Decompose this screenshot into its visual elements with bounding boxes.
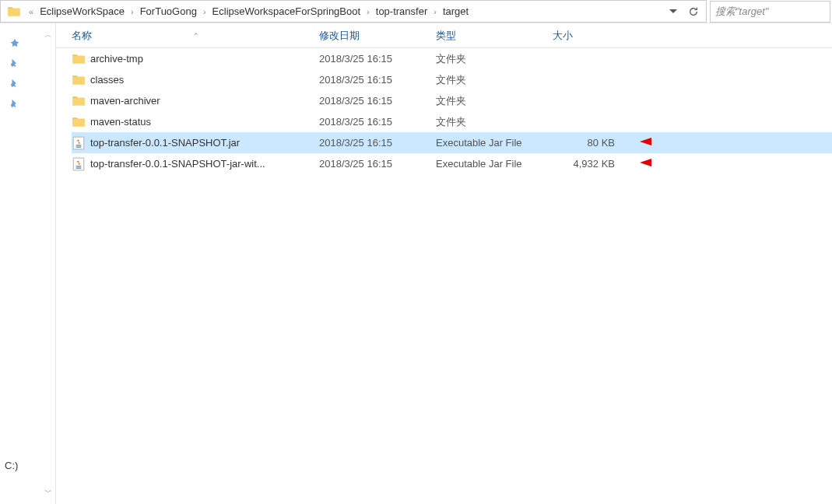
file-name: maven-status [90,116,319,128]
breadcrumb-item[interactable]: EclipseWorkspaceForSpringBoot [211,2,363,20]
chevron-icon[interactable]: › [126,7,139,16]
file-name: classes [90,74,319,86]
file-type: 文件夹 [436,115,553,129]
history-dropdown[interactable] [664,2,683,21]
pin-icon [9,78,20,89]
column-headers: 名称 ⌃ 修改日期 类型 大小 [56,23,832,48]
file-row[interactable]: top-transfer-0.0.1-SNAPSHOT-jar-wit...20… [72,153,832,174]
file-type: 文件夹 [436,94,553,108]
column-size[interactable]: 大小 [553,29,623,43]
chevron-icon[interactable]: › [429,7,441,16]
drive-label[interactable]: C:) [5,460,18,471]
file-type: 文件夹 [436,52,553,66]
pinned-item[interactable] [6,73,55,93]
folder-icon [7,5,21,19]
collapse-icon[interactable]: ︿ [44,30,52,40]
breadcrumb-item[interactable]: ForTuoGong [139,2,198,20]
jar-icon [72,136,86,150]
nav-controls [661,2,706,21]
file-name: archive-tmp [90,53,319,65]
file-type: 文件夹 [436,73,553,87]
file-size: 4,932 KB [553,158,615,170]
column-type[interactable]: 类型 [436,29,553,43]
pinned-item[interactable] [6,53,55,73]
annotation-arrow-icon [640,137,690,146]
chevron-icon[interactable]: › [362,7,374,16]
column-name[interactable]: 名称 ⌃ [72,29,319,43]
sidebar: ︿ C:) ﹀ [0,23,56,504]
file-row[interactable]: maven-status2018/3/25 16:15文件夹 [72,111,832,132]
jar-icon [72,157,86,171]
address-bar: « EclipseWorkSpace › ForTuoGong › Eclips… [0,0,832,23]
annotation-arrow-icon [640,158,690,167]
sort-icon: ⌃ [193,32,199,40]
file-size: 80 KB [553,137,615,149]
file-date: 2018/3/25 16:15 [319,95,436,107]
file-name: maven-archiver [90,95,319,107]
main-area: ︿ C:) ﹀ 名称 ⌃ 修改日期 类型 大小 [0,23,832,504]
folder-icon [72,52,86,66]
file-date: 2018/3/25 16:15 [319,53,436,65]
file-row[interactable]: classes2018/3/25 16:15文件夹 [72,69,832,90]
refresh-button[interactable] [684,2,703,21]
file-area: 名称 ⌃ 修改日期 类型 大小 archive-tmp2018/3/25 16:… [56,23,832,504]
breadcrumb-item[interactable]: top-transfer [374,2,429,20]
file-name: top-transfer-0.0.1-SNAPSHOT-jar-wit... [90,158,319,170]
file-date: 2018/3/25 16:15 [319,116,436,128]
folder-icon [72,115,86,129]
folder-icon [72,94,86,108]
pin-icon [9,37,20,48]
file-date: 2018/3/25 16:15 [319,74,436,86]
pin-icon [9,58,20,68]
search-input[interactable]: 搜索"target" [710,1,830,23]
chevron-icon[interactable]: › [198,7,211,16]
file-row[interactable]: archive-tmp2018/3/25 16:15文件夹 [72,48,832,69]
breadcrumb-item[interactable]: target [441,2,470,20]
chevron-icon[interactable]: « [24,7,38,16]
file-date: 2018/3/25 16:15 [319,158,436,170]
expand-icon[interactable]: ﹀ [44,487,52,498]
file-date: 2018/3/25 16:15 [319,137,436,149]
pinned-item[interactable] [6,93,55,114]
file-name: top-transfer-0.0.1-SNAPSHOT.jar [90,137,319,149]
breadcrumb[interactable]: « EclipseWorkSpace › ForTuoGong › Eclips… [0,0,707,23]
file-row[interactable]: top-transfer-0.0.1-SNAPSHOT.jar2018/3/25… [72,132,832,153]
file-type: Executable Jar File [436,137,553,149]
file-list: archive-tmp2018/3/25 16:15文件夹classes2018… [56,48,832,504]
search-placeholder: 搜索"target" [715,5,768,19]
file-row[interactable]: maven-archiver2018/3/25 16:15文件夹 [72,90,832,111]
file-type: Executable Jar File [436,158,553,170]
breadcrumb-item[interactable]: EclipseWorkSpace [38,2,126,20]
folder-icon [72,73,86,87]
column-date[interactable]: 修改日期 [319,29,436,43]
pin-icon [9,98,20,109]
